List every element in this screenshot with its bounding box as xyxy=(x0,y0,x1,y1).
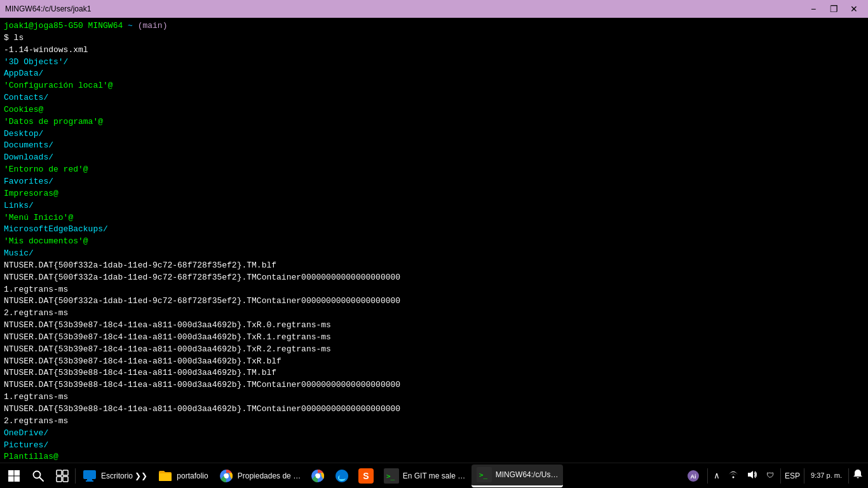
tray-divider2 xyxy=(780,468,781,484)
output-line: Music/ xyxy=(4,248,864,260)
notification-icon[interactable] xyxy=(853,469,863,482)
title-bar: MINGW64:/c/Users/joak1 − ❐ ✕ xyxy=(0,0,868,18)
output-line: Impresoras@ xyxy=(4,188,864,200)
output-line: Desktop/ xyxy=(4,128,864,140)
output-line: NTUSER.DAT{53b39e87-18c4-11ea-a811-000d3… xyxy=(4,320,864,332)
escritorio-app[interactable]: Escritorio ❯❯ xyxy=(77,464,151,487)
prompt-path: ~ xyxy=(123,21,133,30)
output-line: MicrosoftEdgeBackups/ xyxy=(4,224,864,236)
taskbar-right: Ai ∧ 🛡 ESP xyxy=(683,464,865,487)
title-bar-title: MINGW64:/c/Users/joak1 xyxy=(5,4,91,13)
git-app[interactable]: >_ En GIT me sale este er... xyxy=(379,464,470,487)
svg-marker-27 xyxy=(748,471,753,478)
output-line: 'Datos de programa'@ xyxy=(4,116,864,128)
svg-rect-6 xyxy=(57,470,62,475)
search-button[interactable] xyxy=(27,464,50,487)
edge-app[interactable] xyxy=(330,464,353,487)
ai-button[interactable]: Ai xyxy=(683,464,703,487)
svg-rect-7 xyxy=(63,470,68,475)
svg-rect-8 xyxy=(57,477,62,482)
svg-line-5 xyxy=(40,477,44,481)
output-line: NTUSER.DAT{53b39e88-18c4-11ea-a811-000d3… xyxy=(4,379,864,391)
output-line: Documents/ xyxy=(4,140,864,152)
output-line: 2.regtrans-ms xyxy=(4,308,864,320)
brave-icon: S xyxy=(357,467,375,485)
output-line: NTUSER.DAT{500f332a-1dab-11ed-9c72-68f72… xyxy=(4,260,864,272)
brave-app[interactable]: S xyxy=(355,464,377,487)
mingw-icon: >_ xyxy=(475,466,493,484)
windows-icon xyxy=(5,467,23,485)
title-bar-controls: − ❐ ✕ xyxy=(804,3,863,15)
propiedades-app[interactable]: Propiedades de index... xyxy=(214,464,305,487)
command-line: $ ls xyxy=(4,32,864,44)
output-line: -1.14-windows.xml xyxy=(4,44,864,57)
clock[interactable]: 9:37 p. m. xyxy=(808,470,844,482)
output-line: OneDrive/ xyxy=(4,428,864,440)
output-line: Contacts/ xyxy=(4,92,864,104)
output-line: Favorites/ xyxy=(4,176,864,188)
prompt-git: (main) xyxy=(133,21,168,30)
output-line: 'Menú Inicio'@ xyxy=(4,212,864,224)
taskbar: Escritorio ❯❯ portafolio Propiedades de … xyxy=(0,463,868,488)
minimize-button[interactable]: − xyxy=(804,3,822,15)
time-label: 9:37 p. m. xyxy=(811,471,842,479)
portafolio-label: portafolio xyxy=(177,471,208,480)
output-line: Pictures/ xyxy=(4,440,864,452)
output-line: NTUSER.DAT{53b39e87-18c4-11ea-a811-000d3… xyxy=(4,344,864,356)
language-label[interactable]: ESP xyxy=(785,471,800,480)
taskbar-divider xyxy=(75,468,76,484)
mingw-app[interactable]: >_ MINGW64:/c/Users/j... xyxy=(471,464,563,487)
tray-chevron[interactable]: ∧ xyxy=(712,469,722,482)
portafolio-app[interactable]: portafolio xyxy=(153,464,212,487)
speaker-icon[interactable] xyxy=(745,468,760,484)
escritorio-label: Escritorio ❯❯ xyxy=(101,471,147,480)
svg-rect-1 xyxy=(15,470,20,476)
escritorio-icon xyxy=(81,467,98,485)
propiedades-label: Propiedades de index... xyxy=(238,471,301,480)
output-line: NTUSER.DAT{53b39e87-18c4-11ea-a811-000d3… xyxy=(4,332,864,344)
output-line: Cookies@ xyxy=(4,104,864,116)
svg-text:S: S xyxy=(363,471,369,481)
search-icon xyxy=(29,467,47,485)
maximize-button[interactable]: ❐ xyxy=(825,3,843,15)
tray-divider4 xyxy=(848,468,849,484)
tray-divider3 xyxy=(804,468,804,484)
close-button[interactable]: ✕ xyxy=(845,3,863,15)
security-icon[interactable]: 🛡 xyxy=(764,470,776,482)
output-lines: -1.14-windows.xml'3D Objects'/AppData/'C… xyxy=(4,44,864,463)
svg-text:>_: >_ xyxy=(479,471,488,479)
svg-rect-0 xyxy=(8,470,14,476)
svg-text:Ai: Ai xyxy=(690,473,696,480)
output-line: NTUSER.DAT{53b39e87-18c4-11ea-a811-000d3… xyxy=(4,356,864,368)
chrome2-app[interactable] xyxy=(306,464,329,487)
prompt-user: joak1@joga85-G50 MINGW64 xyxy=(4,21,123,30)
task-view-button[interactable] xyxy=(51,464,74,487)
git-label: En GIT me sale este er... xyxy=(403,471,466,480)
output-line: 1.regtrans-ms xyxy=(4,391,864,403)
output-line: NTUSER.DAT{500f332a-1dab-11ed-9c72-68f72… xyxy=(4,272,864,284)
output-line: NTUSER.DAT{500f332a-1dab-11ed-9c72-68f72… xyxy=(4,295,864,308)
tray-divider xyxy=(707,468,708,484)
folder-icon xyxy=(156,467,174,485)
svg-text:>_: >_ xyxy=(386,472,395,480)
svg-rect-10 xyxy=(83,470,96,479)
svg-rect-3 xyxy=(15,476,20,482)
output-line: Plantillas@ xyxy=(4,451,864,463)
output-line: NTUSER.DAT{53b39e88-18c4-11ea-a811-000d3… xyxy=(4,403,864,416)
edge-icon xyxy=(333,467,351,485)
svg-rect-13 xyxy=(159,473,172,481)
svg-rect-2 xyxy=(8,476,14,482)
output-line: Downloads/ xyxy=(4,152,864,164)
svg-point-26 xyxy=(733,476,735,478)
chrome-icon xyxy=(217,467,235,485)
network-icon[interactable] xyxy=(726,468,741,484)
output-line: AppData/ xyxy=(4,68,864,80)
terminal: joak1@joga85-G50 MINGW64 ~ (main) $ ls -… xyxy=(0,18,868,463)
mingw-label: MINGW64:/c/Users/j... xyxy=(496,470,559,479)
task-view-icon xyxy=(53,467,71,485)
svg-rect-9 xyxy=(63,477,68,482)
svg-rect-11 xyxy=(87,479,92,480)
start-button[interactable] xyxy=(3,464,25,487)
output-line: 'Entorno de red'@ xyxy=(4,164,864,176)
prompt-line: joak1@joga85-G50 MINGW64 ~ (main) xyxy=(4,20,864,32)
